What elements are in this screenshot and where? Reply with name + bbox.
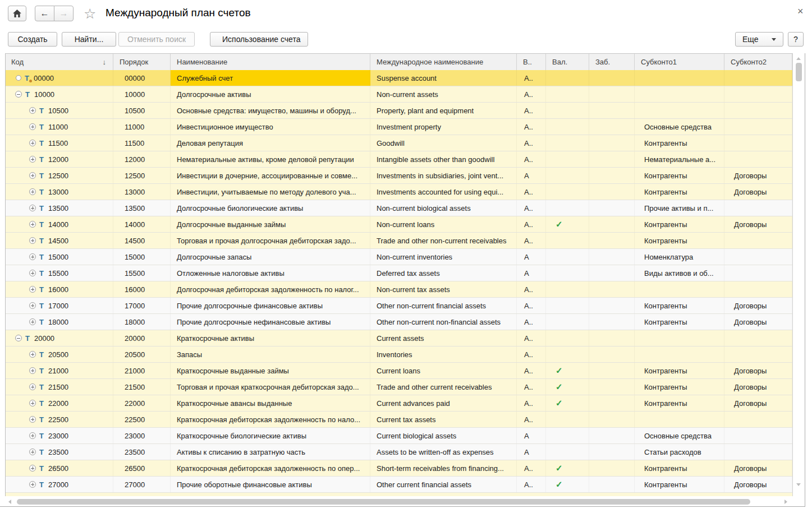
cell-intl-name[interactable]: Trade and other current receivables: [370, 379, 517, 395]
cell-order[interactable]: 14500: [113, 233, 171, 248]
cell-offbalance[interactable]: [589, 184, 635, 200]
cell-code[interactable]: Т 18000: [6, 314, 113, 330]
find-button[interactable]: Найти...: [62, 32, 116, 47]
cell-subconto1[interactable]: [635, 281, 724, 297]
cell-subconto2[interactable]: [724, 412, 792, 427]
cell-code[interactable]: Т 20500: [6, 346, 113, 362]
cell-name[interactable]: Нематериальные активы, кроме деловой реп…: [171, 151, 370, 167]
tree-expander-icon[interactable]: [29, 270, 36, 276]
tree-expander-icon[interactable]: [29, 432, 36, 439]
cell-intl-name[interactable]: Trade and other non-current receivables: [370, 233, 517, 248]
table-row[interactable]: Т 15000 15000 Долгосрочные запасы Non-cu…: [6, 249, 792, 265]
cell-intl-name[interactable]: Property, plant and equipment: [370, 103, 517, 118]
cell-subconto2[interactable]: Договоры: [724, 168, 792, 183]
cell-intl-name[interactable]: Current biological assets: [370, 428, 517, 443]
scroll-down-icon[interactable]: [796, 483, 801, 486]
table-row[interactable]: Т 10000 10000 Долгосрочные активы Non-cu…: [6, 86, 792, 103]
tree-expander-icon[interactable]: [29, 351, 36, 358]
cell-subconto2[interactable]: [724, 346, 792, 362]
cell-name[interactable]: Торговая и прочая краткосрочная дебиторс…: [171, 379, 370, 395]
cell-subconto1[interactable]: Контрагенты: [635, 477, 724, 492]
cell-intl-name[interactable]: Investments in subsidiaries, joint vent.…: [370, 168, 517, 183]
sort-descending-icon[interactable]: ↓: [103, 58, 107, 66]
cell-currency[interactable]: ✓: [546, 363, 589, 378]
cell-subconto1[interactable]: Контрагенты: [635, 216, 724, 232]
tree-expander-icon[interactable]: [29, 123, 36, 130]
cell-name[interactable]: Инвестиции в дочерние, ассоциированные и…: [171, 168, 370, 183]
cell-intl-name[interactable]: Non-current assets: [370, 86, 517, 102]
vertical-scrollbar[interactable]: [795, 54, 803, 496]
cell-intl-name[interactable]: Other non-current financial assets: [370, 298, 517, 313]
cell-intl-name[interactable]: Short-term receivables from financing...: [370, 460, 517, 476]
cell-type[interactable]: А..: [517, 200, 546, 216]
cell-subconto1[interactable]: Контрагенты: [635, 298, 724, 313]
table-row[interactable]: Т 15500 15500 Отложенные налоговые актив…: [6, 265, 792, 281]
tree-expander-icon[interactable]: [29, 416, 36, 423]
scroll-left-icon[interactable]: [8, 500, 11, 504]
cell-subconto1[interactable]: [635, 70, 724, 86]
cell-order[interactable]: 20500: [113, 346, 171, 362]
cell-code[interactable]: Т 15000: [6, 249, 113, 265]
cell-type[interactable]: А..: [517, 330, 546, 346]
cell-subconto1[interactable]: [635, 103, 724, 118]
cell-name[interactable]: Инвестиции, учитываемые по методу долево…: [171, 184, 370, 200]
cell-code[interactable]: Т 17000: [6, 298, 113, 313]
cell-currency[interactable]: [546, 135, 589, 151]
header-cell-currency[interactable]: Вал.: [546, 54, 589, 70]
favorite-star-icon[interactable]: ☆: [84, 4, 96, 22]
cell-code[interactable]: Т 16000: [6, 281, 113, 297]
cell-subconto1[interactable]: Контрагенты: [635, 135, 724, 151]
cell-code[interactable]: Т 12500: [6, 168, 113, 183]
cell-currency[interactable]: [546, 184, 589, 200]
cell-offbalance[interactable]: [589, 86, 635, 102]
home-button[interactable]: [8, 6, 26, 21]
cell-offbalance[interactable]: [589, 70, 635, 86]
cell-type[interactable]: А..: [517, 314, 546, 330]
cell-offbalance[interactable]: [589, 298, 635, 313]
tree-expander-icon[interactable]: [29, 302, 36, 309]
tree-expander-icon[interactable]: [29, 107, 36, 114]
cell-order[interactable]: 10000: [113, 86, 171, 102]
cell-currency[interactable]: [546, 444, 589, 460]
header-cell-order[interactable]: Порядок: [113, 54, 171, 70]
cell-order[interactable]: 14000: [113, 216, 171, 232]
cell-subconto1[interactable]: Контрагенты: [635, 379, 724, 395]
cell-order[interactable]: 13000: [113, 184, 171, 200]
cell-code[interactable]: Т 23500: [6, 444, 113, 460]
cell-subconto2[interactable]: [724, 135, 792, 151]
help-button[interactable]: ?: [788, 32, 804, 47]
cell-code[interactable]: Т 14500: [6, 233, 113, 248]
tree-expander-icon[interactable]: [29, 383, 36, 390]
cell-currency[interactable]: [546, 346, 589, 362]
table-row[interactable]: Т 10500 10500 Основные средства: имущест…: [6, 103, 792, 119]
cell-order[interactable]: 21500: [113, 379, 171, 395]
tree-expander-icon[interactable]: [29, 205, 36, 211]
cell-type[interactable]: А..: [517, 477, 546, 492]
cell-subconto2[interactable]: [724, 428, 792, 443]
cell-currency[interactable]: [546, 281, 589, 297]
cell-currency[interactable]: ✓: [546, 216, 589, 232]
cell-subconto1[interactable]: Основные средства: [635, 119, 724, 135]
vertical-scroll-thumb[interactable]: [796, 63, 802, 81]
cell-order[interactable]: 21000: [113, 363, 171, 378]
tree-expander-icon[interactable]: [29, 253, 36, 260]
cell-code[interactable]: Т 13500: [6, 200, 113, 216]
cell-code[interactable]: Т 00000: [6, 70, 113, 86]
cell-intl-name[interactable]: Inventories: [370, 346, 517, 362]
cell-order[interactable]: 18000: [113, 314, 171, 330]
cell-intl-name[interactable]: Non-current loans: [370, 216, 517, 232]
tree-expander-icon[interactable]: [29, 465, 36, 472]
cell-currency[interactable]: ✓: [546, 395, 589, 411]
forward-button[interactable]: →: [54, 6, 74, 21]
cell-name[interactable]: Долгосрочная дебиторская задолженность п…: [171, 281, 370, 297]
cell-type[interactable]: А..: [517, 395, 546, 411]
cell-order[interactable]: 15000: [113, 249, 171, 265]
table-row[interactable]: Т 14000 14000 Долгосрочные выданные займ…: [6, 216, 792, 233]
cell-subconto2[interactable]: Договоры: [724, 477, 792, 492]
cell-order[interactable]: 13500: [113, 200, 171, 216]
cell-code[interactable]: Т 20000: [6, 330, 113, 346]
cell-type[interactable]: А..: [517, 135, 546, 151]
cell-type[interactable]: А..: [517, 151, 546, 167]
table-row[interactable]: Т 11500 11500 Деловая репутация Goodwill…: [6, 135, 792, 151]
cell-code[interactable]: Т 27000: [6, 477, 113, 492]
